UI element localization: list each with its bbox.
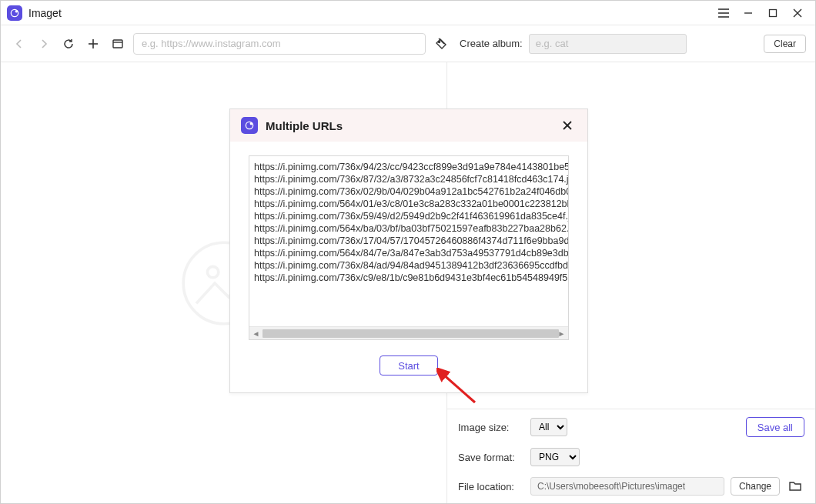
save-all-button[interactable]: Save all	[746, 417, 804, 437]
url-line: https://i.pinimg.com/736x/94/23/cc/9423c…	[254, 161, 564, 173]
url-line: https://i.pinimg.com/736x/59/49/d2/5949d…	[254, 210, 564, 222]
forward-button[interactable]	[35, 35, 53, 53]
url-line: https://i.pinimg.com/564x/ba/03/bf/ba03b…	[254, 222, 564, 235]
url-line: https://i.pinimg.com/736x/c9/e8/1b/c9e81…	[254, 272, 564, 284]
change-button[interactable]: Change	[731, 477, 780, 496]
svg-rect-6	[770, 9, 777, 16]
settings-panel: Image size: All Save all Save format: PN…	[447, 409, 815, 503]
svg-point-17	[250, 122, 253, 125]
close-button[interactable]	[786, 2, 809, 24]
url-line: https://i.pinimg.com/736x/84/ad/94/84ad9…	[254, 259, 564, 272]
url-line: https://i.pinimg.com/564x/01/e3/c8/01e3c…	[254, 198, 564, 210]
app-logo-icon	[7, 5, 22, 21]
scroll-left-icon[interactable]: ◄	[249, 327, 263, 340]
refresh-button[interactable]	[59, 35, 78, 53]
menu-icon[interactable]	[712, 2, 735, 24]
save-format-label: Save format:	[458, 452, 524, 463]
create-album-label: Create album:	[460, 38, 523, 49]
url-line: https://i.pinimg.com/564x/84/7e/3a/847e3…	[254, 247, 564, 259]
svg-point-15	[207, 266, 218, 277]
svg-rect-11	[113, 40, 122, 48]
svg-point-13	[439, 41, 440, 42]
url-line: https://i.pinimg.com/736x/87/32/a3/8732a…	[254, 173, 564, 185]
open-folder-icon[interactable]	[786, 477, 804, 496]
image-size-label: Image size:	[458, 422, 524, 433]
save-format-select[interactable]: PNG	[530, 448, 580, 466]
album-input[interactable]	[529, 34, 687, 54]
window-icon[interactable]	[109, 35, 127, 53]
tag-icon[interactable]	[432, 35, 450, 53]
url-line: https://i.pinimg.com/736x/02/9b/04/029b0…	[254, 185, 564, 198]
start-button[interactable]: Start	[380, 355, 438, 375]
back-button[interactable]	[10, 35, 28, 53]
url-input[interactable]	[133, 33, 426, 55]
dialog-title: Multiple URLs	[266, 119, 343, 132]
app-title: Imaget	[28, 7, 62, 19]
multiple-urls-dialog: Multiple URLs https://i.pinimg.com/736x/…	[229, 108, 588, 393]
url-textarea[interactable]: https://i.pinimg.com/736x/94/23/cc/9423c…	[249, 155, 569, 340]
dialog-logo-icon	[241, 117, 258, 134]
file-location-input[interactable]	[530, 477, 724, 496]
minimize-button[interactable]	[737, 2, 760, 24]
titlebar: Imaget	[1, 1, 815, 25]
file-location-label: File location:	[458, 481, 524, 492]
maximize-button[interactable]	[761, 2, 784, 24]
clear-button[interactable]: Clear	[764, 35, 806, 53]
dialog-header: Multiple URLs	[230, 109, 587, 142]
url-line: https://i.pinimg.com/736x/17/04/57/17045…	[254, 235, 564, 247]
toolbar: Create album: Clear	[1, 25, 815, 62]
horizontal-scrollbar[interactable]: ◄ ►	[249, 326, 568, 339]
dialog-close-button[interactable]	[558, 116, 577, 135]
add-button[interactable]	[84, 35, 102, 53]
svg-point-1	[15, 9, 18, 12]
image-size-select[interactable]: All	[530, 418, 567, 436]
